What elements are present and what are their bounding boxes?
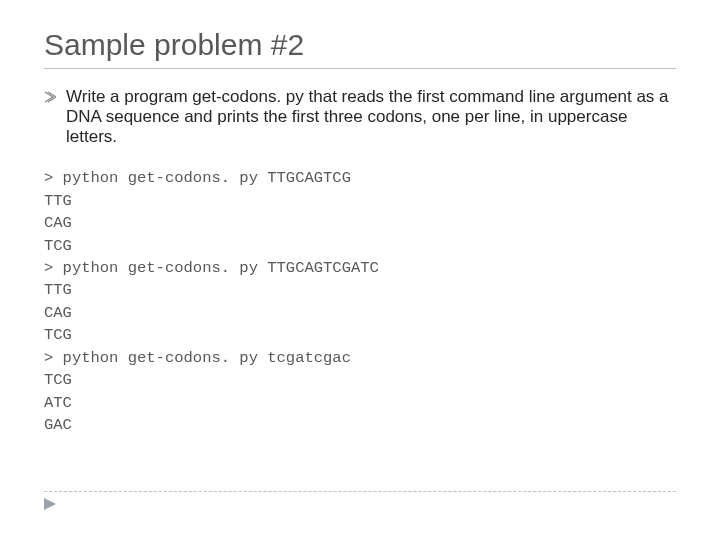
- footer-arrow-icon: [44, 496, 58, 514]
- code-line: TCG: [44, 237, 72, 255]
- code-line: GAC: [44, 416, 72, 434]
- svg-marker-0: [44, 498, 56, 510]
- code-line: TTG: [44, 281, 72, 299]
- code-line: CAG: [44, 214, 72, 232]
- code-line: > python get-codons. py TTGCAGTCG: [44, 169, 351, 187]
- code-line: CAG: [44, 304, 72, 322]
- slide: Sample problem #2 Write a program get-co…: [0, 0, 720, 540]
- slide-title: Sample problem #2: [44, 28, 676, 69]
- code-line: TTG: [44, 192, 72, 210]
- code-line: ATC: [44, 394, 72, 412]
- footer-divider: [44, 491, 676, 492]
- body-text: Write a program get-codons. py that read…: [66, 87, 676, 147]
- code-line: > python get-codons. py tcgatcgac: [44, 349, 351, 367]
- code-line: TCG: [44, 371, 72, 389]
- bullet-icon: [44, 91, 56, 103]
- code-line: > python get-codons. py TTGCAGTCGATC: [44, 259, 379, 277]
- code-block: > python get-codons. py TTGCAGTCG TTG CA…: [44, 167, 676, 437]
- code-line: TCG: [44, 326, 72, 344]
- body-bullet: Write a program get-codons. py that read…: [44, 87, 676, 147]
